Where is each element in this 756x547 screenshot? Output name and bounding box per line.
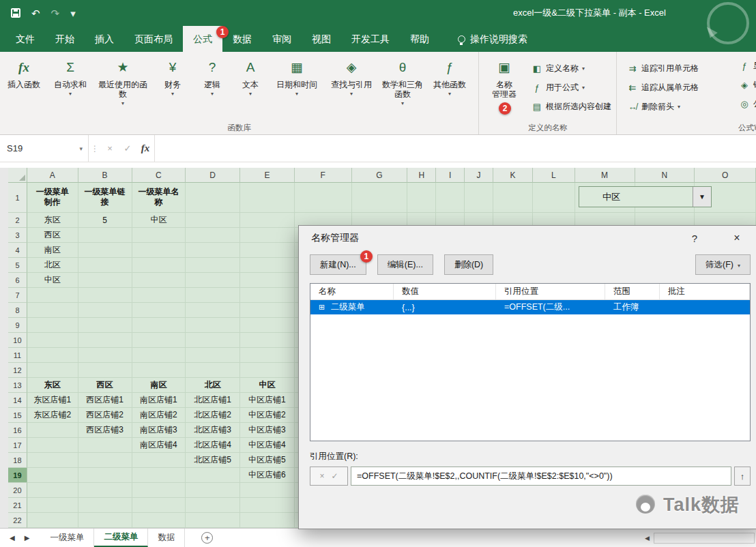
cell-E13[interactable]: 中区 <box>240 378 295 393</box>
column-header-B[interactable]: B <box>78 168 132 183</box>
cell-E7[interactable] <box>240 288 295 303</box>
cell-E2[interactable] <box>240 213 295 228</box>
cell-C10[interactable] <box>132 333 186 348</box>
horizontal-scrollbar[interactable] <box>654 533 755 544</box>
trace-dependents-button[interactable]: ⇇ 追踪从属单元格 <box>627 79 699 96</box>
col-header-name[interactable]: 名称 <box>310 284 394 299</box>
cell-C13[interactable]: 南区 <box>132 378 186 393</box>
tab-formulas[interactable]: 公式 1 <box>183 26 222 52</box>
cell-A10[interactable] <box>27 333 78 348</box>
column-header-M[interactable]: M <box>575 168 635 183</box>
tab-page-layout[interactable]: 页面布局 <box>124 26 183 52</box>
cell-E1[interactable] <box>240 183 295 213</box>
row-header-4[interactable]: 4 <box>8 243 27 258</box>
cell-E22[interactable] <box>240 513 295 528</box>
cell-B2[interactable]: 5 <box>78 213 132 228</box>
cell-B7[interactable] <box>78 288 132 303</box>
cell-A4[interactable]: 南区 <box>27 243 78 258</box>
cell-C20[interactable] <box>132 483 186 498</box>
cell-B13[interactable]: 西区 <box>78 378 132 393</box>
row-header-11[interactable]: 11 <box>8 348 27 363</box>
cell-B9[interactable] <box>78 318 132 333</box>
cell-C2[interactable]: 中区 <box>132 213 186 228</box>
show-formulas-button[interactable]: ƒ 显示公式 <box>739 57 756 74</box>
save-icon[interactable] <box>11 8 20 18</box>
select-all-button[interactable] <box>8 168 27 183</box>
cell-A14[interactable]: 东区店铺1 <box>27 393 78 408</box>
redo-icon[interactable]: ↷ <box>51 8 60 18</box>
recent-functions-button[interactable]: ★ 最近使用的函数 ▾ <box>97 55 149 119</box>
cell-D8[interactable] <box>186 303 240 318</box>
cell-E20[interactable] <box>240 483 295 498</box>
cell-C1[interactable]: 一级菜单名 称 <box>132 183 186 213</box>
cell-C21[interactable] <box>132 498 186 513</box>
cell-D15[interactable]: 北区店铺2 <box>186 408 240 423</box>
cell-A21[interactable] <box>27 498 78 513</box>
cell-D21[interactable] <box>186 498 240 513</box>
cell-B6[interactable] <box>78 273 132 288</box>
cell-A11[interactable] <box>27 348 78 363</box>
cell-C14[interactable]: 南区店铺1 <box>132 393 186 408</box>
cell-C7[interactable] <box>132 288 186 303</box>
cell-E3[interactable] <box>240 228 295 243</box>
sheet-tab-data[interactable]: 数据 <box>148 529 185 547</box>
text-button[interactable]: A 文本 ▾ <box>235 55 266 119</box>
enter-icon[interactable]: ✓ <box>119 135 136 162</box>
more-functions-button[interactable]: ƒ 其他函数 ▾ <box>430 55 469 119</box>
cell-E6[interactable] <box>240 273 295 288</box>
cell-C17[interactable]: 南区店铺4 <box>132 438 186 453</box>
row-header-15[interactable]: 15 <box>8 408 27 423</box>
row-header-2[interactable]: 2 <box>8 213 27 228</box>
refers-to-input[interactable] <box>351 467 731 486</box>
cell-D2[interactable] <box>186 213 240 228</box>
tab-help[interactable]: 帮助 <box>400 26 439 52</box>
row-header-22[interactable]: 22 <box>8 513 27 528</box>
sheet-nav-left-icon[interactable]: ◀ <box>10 534 15 542</box>
trace-precedents-button[interactable]: ⇉ 追踪引用单元格 <box>627 60 699 77</box>
cell-C18[interactable] <box>132 453 186 468</box>
column-header-N[interactable]: N <box>635 168 695 183</box>
sheet-tab-level1[interactable]: 一级菜单 <box>40 529 94 547</box>
evaluate-formula-button[interactable]: ◎ 公式求值 <box>739 95 756 113</box>
cell-D16[interactable]: 北区店铺3 <box>186 423 240 438</box>
column-header-D[interactable]: D <box>186 168 240 183</box>
customize-qat-caret-icon[interactable]: ▾ <box>70 8 76 18</box>
cell-B4[interactable] <box>78 243 132 258</box>
row-header-3[interactable]: 3 <box>8 228 27 243</box>
name-box-caret-icon[interactable]: ▾ <box>79 145 83 152</box>
cell-A17[interactable] <box>27 438 78 453</box>
cell-H1[interactable] <box>407 183 436 213</box>
cell-I1[interactable] <box>436 183 465 213</box>
commit-icon[interactable]: ✓ <box>331 471 338 481</box>
cell-B18[interactable] <box>78 453 132 468</box>
cell-L1[interactable] <box>533 183 575 213</box>
cell-A6[interactable]: 中区 <box>27 273 78 288</box>
tab-review[interactable]: 审阅 <box>262 26 302 52</box>
cell-D6[interactable] <box>186 273 240 288</box>
tab-view[interactable]: 视图 <box>302 26 341 52</box>
cell-D17[interactable]: 北区店铺4 <box>186 438 240 453</box>
cell-C22[interactable] <box>132 513 186 528</box>
row-header-10[interactable]: 10 <box>8 333 27 348</box>
sheet-tab-level2[interactable]: 二级菜单 <box>94 529 148 547</box>
lookup-reference-button[interactable]: ◈ 查找与引用 ▾ <box>328 55 375 119</box>
cell-A1[interactable]: 一级菜单 制作 <box>27 183 78 213</box>
cell-B21[interactable] <box>78 498 132 513</box>
column-header-O[interactable]: O <box>695 168 756 183</box>
cell-B3[interactable] <box>78 228 132 243</box>
cell-E11[interactable] <box>240 348 295 363</box>
cell-A9[interactable] <box>27 318 78 333</box>
cell-D11[interactable] <box>186 348 240 363</box>
remove-arrows-button[interactable]: ↮ 删除箭头 ▾ <box>627 98 699 115</box>
cell-D22[interactable] <box>186 513 240 528</box>
cell-A12[interactable] <box>27 363 78 378</box>
data-validation-dropdown[interactable]: 中区 ▼ <box>579 186 712 207</box>
cell-B11[interactable] <box>78 348 132 363</box>
insert-function-fx-icon[interactable]: fx <box>136 135 154 162</box>
row-header-9[interactable]: 9 <box>8 318 27 333</box>
cell-E4[interactable] <box>240 243 295 258</box>
hscroll-left-icon[interactable]: ◀ <box>645 535 650 542</box>
cell-C19[interactable] <box>132 468 186 483</box>
edit-name-button[interactable]: 编辑(E)... <box>377 254 433 275</box>
new-name-button[interactable]: 新建(N)... <box>310 254 366 275</box>
